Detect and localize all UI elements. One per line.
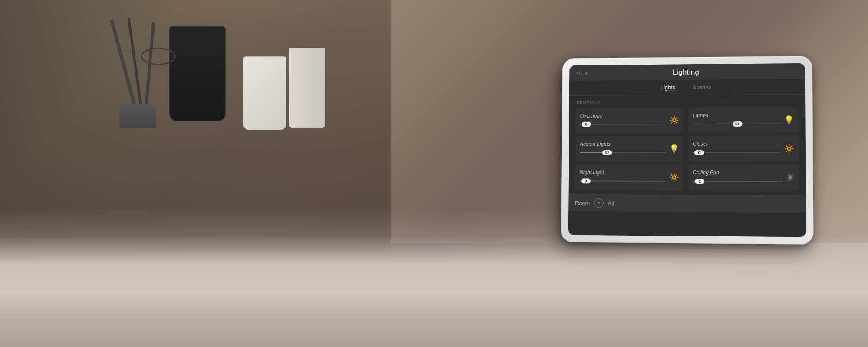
- closet-slider[interactable]: 0: [693, 149, 781, 157]
- accent-name: Accent Lights: [580, 141, 666, 147]
- home-icon[interactable]: ⌂: [576, 69, 581, 77]
- main-content: BEDROOM Overhead 0: [569, 95, 806, 195]
- fan-fill: [693, 181, 694, 182]
- lamps-fill: [693, 124, 737, 124]
- overhead-bulb-icon[interactable]: 🔆: [669, 116, 679, 124]
- night-name: Night Light: [579, 170, 666, 176]
- tool-holder: [119, 104, 156, 128]
- closet-info: Closet 0: [693, 141, 781, 157]
- accent-bulb-icon[interactable]: 💡: [669, 145, 679, 153]
- ceiling-fan-icon[interactable]: ✳: [786, 172, 794, 183]
- lamps-info: Lamps 51: [693, 112, 780, 128]
- lamps-slider[interactable]: 51: [693, 120, 780, 128]
- back-icon[interactable]: ‹: [585, 69, 588, 77]
- white-mug: [243, 56, 286, 130]
- overhead-track: 0: [580, 124, 666, 124]
- accent-info: Accent Lights 32: [580, 141, 666, 157]
- fan-value: 2: [695, 179, 704, 184]
- accent-track: 32: [580, 152, 666, 153]
- lamps-bulb-icon[interactable]: 💡: [784, 116, 794, 124]
- fan-track: 2: [693, 181, 783, 182]
- tab-lights[interactable]: Lights: [659, 83, 677, 92]
- fan-slider[interactable]: 2: [693, 177, 783, 186]
- app-header: ⌂ ‹ Lighting: [569, 63, 805, 81]
- closet-bulb-icon[interactable]: 🔆: [784, 145, 794, 153]
- control-ceiling-fan: Ceiling Fan 2 ✳: [688, 164, 799, 191]
- overhead-name: Overhead: [580, 112, 666, 119]
- night-track: 0: [579, 180, 666, 182]
- tablet-frame: ⌂ ‹ Lighting Lights Scenes BEDROOM Overh…: [561, 56, 814, 245]
- night-slider[interactable]: 0: [579, 177, 666, 185]
- fan-name: Ceiling Fan: [693, 170, 783, 176]
- controls-grid: Overhead 0 🔆: [575, 107, 799, 191]
- control-accent-lights: Accent Lights 32 💡: [575, 136, 683, 162]
- canister: [289, 48, 326, 128]
- tablet-screen: ⌂ ‹ Lighting Lights Scenes BEDROOM Overh…: [568, 63, 806, 237]
- lamps-value: 51: [733, 121, 742, 127]
- fan-info: Ceiling Fan 2: [693, 170, 783, 186]
- overhead-info: Overhead 0: [580, 112, 666, 128]
- control-night-light: Night Light 0 🔆: [575, 164, 683, 191]
- menu-lines-icon: ≡: [598, 200, 600, 206]
- closet-value: 0: [694, 150, 704, 155]
- coffee-mug: [169, 26, 226, 121]
- accent-slider[interactable]: 32: [580, 149, 666, 157]
- control-overhead: Overhead 0 🔆: [576, 107, 684, 133]
- mug-handle-decoration: [141, 48, 176, 65]
- footer-room-label[interactable]: Room: [575, 200, 590, 206]
- closet-name: Closet: [693, 141, 781, 147]
- header-left-controls: ⌂ ‹: [576, 69, 588, 77]
- app-footer: Room ≡ All: [568, 194, 806, 213]
- footer-all-label[interactable]: All: [608, 200, 614, 206]
- section-bedroom-label: BEDROOM: [576, 99, 798, 104]
- night-info: Night Light 0: [579, 170, 666, 185]
- lamps-track: 51: [693, 124, 780, 125]
- footer-menu-icon[interactable]: ≡: [594, 198, 604, 208]
- overhead-value: 0: [582, 122, 591, 127]
- tablet-device: ⌂ ‹ Lighting Lights Scenes BEDROOM Overh…: [561, 56, 814, 245]
- closet-track: 0: [693, 152, 781, 153]
- night-value: 0: [581, 178, 591, 183]
- control-closet: Closet 0 🔆: [688, 136, 799, 162]
- tab-scenes[interactable]: Scenes: [691, 83, 713, 91]
- night-bulb-icon[interactable]: 🔆: [669, 174, 679, 181]
- lamps-name: Lamps: [693, 112, 780, 118]
- accent-value: 32: [602, 150, 612, 155]
- control-lamps: Lamps 51 💡: [688, 107, 798, 133]
- camera-dot: [684, 68, 687, 70]
- tab-bar: Lights Scenes: [569, 79, 805, 96]
- overhead-slider[interactable]: 0: [580, 120, 666, 128]
